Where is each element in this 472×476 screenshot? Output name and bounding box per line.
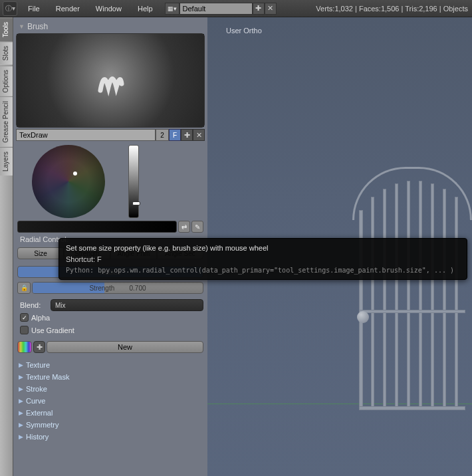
triangle-right-icon: ▶ — [19, 410, 23, 416]
strength-slider-label: Strength 0.700 — [89, 285, 146, 292]
section-stroke[interactable]: ▶Stroke — [16, 383, 205, 395]
scene-stats: Verts:1,032 | Faces:1,506 | Tris:2,196 |… — [316, 5, 472, 13]
triangle-right-icon: ▶ — [19, 362, 23, 368]
pressure-size-icon[interactable]: 🔒 — [17, 282, 31, 294]
tool-tabs: Tools Slots Options Grease Pencil Layers — [0, 17, 13, 476]
color-wheel-cursor — [73, 172, 77, 176]
menu-file[interactable]: File — [20, 5, 48, 13]
section-history[interactable]: ▶History — [16, 431, 205, 443]
triangle-down-icon: ▼ — [19, 23, 25, 30]
tab-slots[interactable]: Slots — [0, 41, 13, 64]
use-gradient-label: Use Gradient — [31, 326, 74, 334]
layout-name-input[interactable] — [179, 3, 253, 15]
section-symmetry[interactable]: ▶Symmetry — [16, 419, 205, 431]
layout-browse-icon[interactable]: ▦▾ — [165, 3, 179, 15]
blend-label: Blend: — [17, 301, 49, 309]
value-slider-handle — [132, 201, 140, 205]
section-texture-mask[interactable]: ▶Texture Mask — [16, 371, 205, 383]
value-slider[interactable] — [128, 145, 139, 218]
layout-add-button[interactable]: ✚ — [253, 3, 265, 15]
tab-options[interactable]: Options — [0, 65, 13, 96]
top-menu-bar: ⓘ▾ File Render Window Help ▦▾ ✚ ✕ Verts:… — [0, 0, 472, 17]
alpha-label: Alpha — [31, 314, 50, 322]
use-gradient-checkbox[interactable] — [20, 326, 29, 334]
scene-object-gate — [359, 190, 472, 416]
tab-grease-pencil[interactable]: Grease Pencil — [0, 96, 13, 147]
radial-size-button[interactable]: Size — [17, 247, 64, 259]
brush-stroke-icon — [94, 64, 127, 97]
blend-mode-dropdown[interactable]: Mix — [51, 299, 203, 311]
section-curve[interactable]: ▶Curve — [16, 395, 205, 407]
palette-add-button[interactable]: ✚ — [33, 341, 45, 353]
triangle-right-icon: ▶ — [19, 398, 23, 404]
eyedropper-icon[interactable]: ✎ — [191, 221, 203, 233]
triangle-right-icon: ▶ — [19, 421, 23, 428]
menu-window[interactable]: Window — [88, 5, 130, 13]
alpha-checkbox[interactable]: ✓ — [20, 313, 29, 322]
triangle-right-icon: ▶ — [19, 386, 23, 392]
tooltip-python: Python: bpy.ops.wm.radial_control(data_p… — [66, 267, 460, 274]
triangle-right-icon: ▶ — [19, 433, 23, 440]
palette-browse-icon[interactable] — [17, 341, 32, 353]
palette-new-button[interactable]: New — [47, 341, 203, 353]
brush-users-count[interactable]: 2 — [156, 129, 169, 141]
tooltip: Set some size property (like e.g. brush … — [59, 238, 467, 280]
brush-section-header[interactable]: ▼ Brush — [16, 20, 205, 33]
tooltip-description: Set some size property (like e.g. brush … — [66, 244, 460, 252]
scene-object-sphere — [357, 311, 369, 323]
layout-remove-button[interactable]: ✕ — [265, 3, 277, 15]
view-orientation-label: User Ortho — [226, 27, 262, 35]
swap-colors-icon[interactable]: ⇄ — [178, 221, 190, 233]
brush-fake-user-button[interactable]: F — [169, 129, 181, 141]
brush-name-input[interactable] — [16, 129, 156, 141]
tab-layers[interactable]: Layers — [0, 147, 13, 176]
brush-unlink-button[interactable]: ✕ — [193, 129, 205, 141]
tooltip-shortcut: Shortcut: F — [66, 255, 460, 263]
strength-slider[interactable]: Strength 0.700 — [32, 282, 203, 294]
menu-render[interactable]: Render — [48, 5, 88, 13]
tab-tools[interactable]: Tools — [0, 17, 13, 41]
color-wheel[interactable] — [32, 145, 105, 218]
color-swatch[interactable] — [17, 221, 177, 233]
layout-selector: ▦▾ ✚ ✕ — [165, 3, 277, 15]
info-icon[interactable]: ⓘ▾ — [3, 1, 17, 16]
brush-preview[interactable] — [16, 33, 205, 128]
brush-section-label: Brush — [27, 22, 48, 31]
section-external[interactable]: ▶External — [16, 407, 205, 419]
menu-help[interactable]: Help — [130, 5, 161, 13]
brush-add-button[interactable]: ✚ — [181, 129, 193, 141]
triangle-right-icon: ▶ — [19, 374, 23, 380]
section-texture[interactable]: ▶Texture — [16, 359, 205, 371]
